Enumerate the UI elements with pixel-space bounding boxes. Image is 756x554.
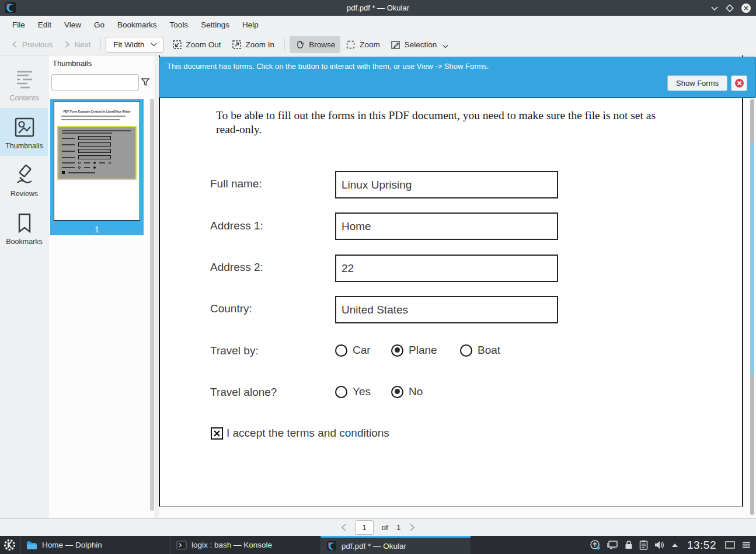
bookmarks-icon: [12, 211, 37, 235]
contents-icon: [12, 67, 37, 92]
address-1-input[interactable]: [335, 212, 558, 240]
selection-tool-button[interactable]: Selection: [385, 36, 454, 53]
document-view: To be able to fill out the forms in this…: [159, 55, 756, 518]
pdf-page: To be able to fill out the forms in this…: [159, 55, 743, 507]
field-label-full-name: Full name:: [210, 177, 262, 190]
filter-funnel-icon[interactable]: [140, 76, 151, 88]
thumbnail-page-1[interactable]: PDF Form Example Created In LibreOffice …: [50, 99, 144, 235]
sidebar: Contents Thumbnails Reviews Bookmarks: [0, 55, 48, 518]
page-navigation: 1 of 1: [0, 518, 756, 536]
window-title: pdf.pdf * — Okular: [0, 4, 756, 12]
full-name-input[interactable]: [335, 171, 558, 198]
zoom-out-button[interactable]: Zoom Out: [167, 36, 227, 53]
okular-app-icon: [5, 2, 16, 13]
hand-icon: [295, 40, 305, 50]
notification-close-button[interactable]: [731, 75, 747, 91]
okular-window: pdf.pdf * — Okular File Edit View Go Boo…: [0, 0, 756, 554]
lock-tray-icon[interactable]: [624, 540, 633, 550]
app-launcher-icon[interactable]: [4, 539, 16, 551]
task-dolphin[interactable]: Home — Dolphin: [20, 536, 170, 554]
maximize-icon[interactable]: [726, 4, 734, 12]
clipboard-tray-icon[interactable]: [639, 540, 648, 550]
terms-checkbox[interactable]: [211, 427, 223, 440]
show-forms-button[interactable]: Show Forms: [667, 75, 727, 91]
zoom-select-icon: [346, 40, 356, 50]
menu-edit[interactable]: Edit: [32, 18, 58, 32]
sidebar-item-reviews[interactable]: Reviews: [0, 156, 48, 204]
menu-help[interactable]: Help: [236, 18, 265, 32]
fit-width-select[interactable]: Fit Width: [106, 37, 163, 53]
updates-tray-icon[interactable]: [590, 539, 601, 550]
radio-plane[interactable]: Plane: [391, 344, 437, 357]
x-mark-icon: [213, 430, 221, 437]
menu-view[interactable]: View: [58, 18, 88, 32]
minimize-icon[interactable]: [710, 4, 719, 12]
radio-car[interactable]: Car: [335, 344, 371, 357]
tray-expander-icon[interactable]: [671, 542, 679, 548]
clock[interactable]: 13:52: [687, 539, 716, 552]
thumbnails-scrollbar[interactable]: [150, 99, 154, 511]
page-next-icon[interactable]: [409, 523, 416, 532]
scrollbar-thumb[interactable]: [750, 143, 754, 375]
page-prev-icon[interactable]: [340, 523, 347, 532]
notification-message: This document has forms. Click on the bu…: [167, 62, 489, 71]
panel-settings-icon[interactable]: [741, 541, 751, 549]
address-2-input[interactable]: [335, 255, 558, 282]
field-label-address-2: Address 2:: [210, 261, 263, 274]
show-desktop-icon[interactable]: [724, 541, 736, 549]
chevron-down-icon: [443, 44, 448, 48]
thumbnail-filter-input[interactable]: [51, 74, 139, 90]
titlebar: pdf.pdf * — Okular: [0, 0, 756, 16]
radio-circle: [335, 344, 347, 357]
menu-file[interactable]: File: [6, 18, 32, 32]
taskbar: Home — Dolphin logix : bash — Konsole pd…: [0, 536, 756, 554]
panel-title: Thumbnails: [53, 59, 92, 68]
thumbnail-mini-form: [57, 126, 137, 180]
country-input[interactable]: [335, 296, 558, 323]
zoom-out-icon: [172, 40, 182, 50]
zoom-in-button[interactable]: Zoom In: [227, 36, 280, 53]
close-icon[interactable]: [741, 3, 751, 13]
field-label-address-1: Address 1:: [210, 219, 263, 232]
radio-no[interactable]: No: [391, 385, 423, 398]
reviews-icon: [12, 163, 37, 187]
system-tray: 13:52: [590, 536, 756, 554]
zoom-tool-button[interactable]: Zoom: [340, 36, 385, 53]
pdf-intro-text: To be able to fill out the forms in this…: [216, 109, 675, 137]
folder-icon: [26, 541, 37, 550]
chevron-left-icon: [11, 40, 18, 48]
radio-yes[interactable]: Yes: [335, 385, 371, 398]
sidebar-item-contents[interactable]: Contents: [0, 60, 48, 108]
radio-circle: [391, 344, 403, 357]
task-konsole[interactable]: logix : bash — Konsole: [170, 536, 320, 554]
menu-tools[interactable]: Tools: [163, 18, 195, 32]
menubar: File Edit View Go Bookmarks Tools Settin…: [0, 16, 756, 34]
menu-settings[interactable]: Settings: [194, 18, 236, 32]
volume-tray-icon[interactable]: [654, 540, 665, 550]
previous-button[interactable]: Previous: [6, 37, 58, 53]
menu-go[interactable]: Go: [88, 18, 111, 32]
chevron-right-icon: [64, 40, 71, 48]
page-of-label: of: [382, 523, 388, 532]
field-label-travel-by: Travel by:: [210, 344, 259, 357]
total-pages: 1: [396, 523, 401, 532]
forms-notification: This document has forms. Click on the bu…: [159, 57, 756, 98]
current-page-input[interactable]: 1: [356, 520, 374, 535]
task-okular[interactable]: pdf.pdf * — Okular: [320, 536, 471, 554]
toolbar: Previous Next Fit Width Zoom Out Zoom In…: [0, 34, 756, 55]
selection-pencil-icon: [391, 40, 400, 50]
zoom-in-icon: [232, 40, 242, 50]
next-button[interactable]: Next: [58, 37, 96, 53]
sidebar-item-bookmarks[interactable]: Bookmarks: [0, 204, 48, 252]
display-tray-icon[interactable]: [607, 540, 618, 550]
thumbnail-page-number: 1: [50, 225, 144, 234]
document-scrollbar[interactable]: [750, 99, 754, 515]
close-red-icon: [734, 78, 744, 88]
sidebar-item-thumbnails[interactable]: Thumbnails: [0, 108, 48, 156]
radio-boat[interactable]: Boat: [460, 344, 500, 357]
thumbnails-icon: [12, 115, 37, 140]
menu-bookmarks[interactable]: Bookmarks: [111, 18, 163, 32]
browse-tool-button[interactable]: Browse: [290, 36, 340, 53]
radio-circle: [391, 386, 403, 398]
radio-circle: [460, 344, 472, 357]
